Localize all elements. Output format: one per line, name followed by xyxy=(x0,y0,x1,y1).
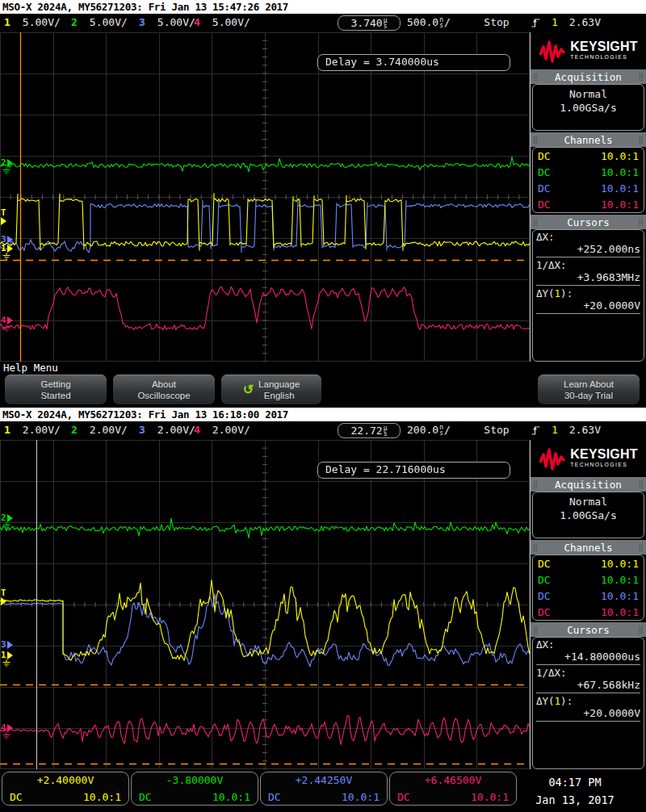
channels-header[interactable]: ⣿Channels⣿ xyxy=(531,540,646,555)
channel-2-measurement-box[interactable]: -3.80000VDC10.0:1 xyxy=(131,772,258,806)
marker-arrow-icon xyxy=(7,236,13,244)
inverse-delta-x-label: 1/ΔX: xyxy=(536,259,640,271)
horizontal-position-readout[interactable]: 3.740µs xyxy=(338,15,401,31)
divider xyxy=(536,664,640,665)
ground-icon xyxy=(2,732,11,739)
marker-arrow-icon xyxy=(7,316,13,324)
trigger-readout[interactable]: 1 2.63V xyxy=(531,16,601,28)
marker-arrow-icon xyxy=(1,217,6,225)
grip-dots-icon: ⣿ xyxy=(533,218,539,226)
language-refresh-icon: ↺ xyxy=(243,384,254,396)
about-oscilloscope-button[interactable]: AboutOscilloscope xyxy=(113,375,215,404)
grip-dots-icon: ⣿ xyxy=(533,626,539,634)
grip-dots-icon: ⣿ xyxy=(533,543,539,551)
channel-4-scale[interactable]: 42.00V/ xyxy=(194,424,250,436)
horizontal-position-readout[interactable]: 22.72µs xyxy=(338,423,401,438)
top-waveform-display[interactable]: Delay = 3.740000us 2 T 3 1 4 xyxy=(0,32,531,362)
trigger-level-marker[interactable]: T xyxy=(1,209,6,225)
trigger-source: 1 xyxy=(552,16,558,28)
channel-1-scale[interactable]: 12.00V/ xyxy=(4,424,61,436)
inverse-delta-x-value: +3.9683MHz xyxy=(536,271,640,284)
channel-3-scale[interactable]: 32.00V/ xyxy=(139,424,195,436)
trigger-level-marker[interactable]: T xyxy=(1,589,6,605)
channel-4-marker[interactable]: 4 xyxy=(1,724,13,739)
channel-4-marker[interactable]: 4 xyxy=(1,316,13,332)
channel-2-marker[interactable]: 2 xyxy=(1,159,13,174)
delta-y-value: +20.0000V xyxy=(536,299,640,312)
channel-2-scale[interactable]: 22.00V/ xyxy=(71,424,128,436)
trigger-edge-icon xyxy=(531,17,540,28)
marker-arrow-icon xyxy=(7,651,13,659)
keysight-logo: KEYSIGHTTECHNOLOGIES xyxy=(539,32,637,69)
delta-x-value: +14.800000us xyxy=(536,651,640,663)
inverse-delta-x-label: 1/ΔX: xyxy=(536,667,640,679)
bottom-waveform-display[interactable]: Delay = 22.716000us 2 T 3 1 4 xyxy=(0,440,531,769)
channel-3-marker[interactable]: 3 xyxy=(1,641,13,649)
cursors-box: ΔX: +14.800000us 1/ΔX: +67.568kHz ΔY(1):… xyxy=(532,637,644,769)
learn-about-trial-button[interactable]: Learn About30-day Trial xyxy=(538,375,640,404)
keysight-logo: KEYSIGHTTECHNOLOGIES xyxy=(539,440,637,477)
delay-readout: Delay = 22.716000us xyxy=(317,462,510,479)
acquisition-header[interactable]: ⣿Acquisition⣿ xyxy=(531,69,646,84)
grip-dots-icon: ⣿ xyxy=(638,626,644,634)
grip-dots-icon: ⣿ xyxy=(638,218,644,226)
channel-2-marker[interactable]: 2 xyxy=(1,514,13,529)
cursors-header[interactable]: ⣿Cursors⣿ xyxy=(531,215,646,229)
inverse-delta-x-value: +67.568kHz xyxy=(536,679,640,692)
ground-icon xyxy=(2,253,11,260)
delta-x-value: +252.000ns xyxy=(536,243,640,256)
top-status-bar: 15.00V/ 25.00V/ 35.00V/ 45.00V/ 3.740µs … xyxy=(0,14,646,32)
channel-1-marker[interactable]: 1 xyxy=(1,651,13,667)
run-state-indicator: Stop xyxy=(472,16,521,28)
channel-3-scale[interactable]: 35.00V/ xyxy=(139,16,195,28)
clock: 04:17 PM Jan 13, 2017 xyxy=(518,773,631,809)
delay-readout: Delay = 3.740000us xyxy=(317,54,510,71)
ground-icon xyxy=(2,659,11,667)
trigger-edge-icon xyxy=(531,425,540,436)
cursors-header[interactable]: ⣿Cursors⣿ xyxy=(531,622,646,637)
top-titlebar: MSO-X 2024A, MY56271203: Fri Jan 13 15:4… xyxy=(0,0,646,14)
acquisition-box: Normal 1.00GSa/s xyxy=(532,492,644,538)
getting-started-button[interactable]: GettingStarted xyxy=(5,375,107,404)
bottom-waveform-canvas[interactable] xyxy=(0,440,530,769)
divider xyxy=(536,693,640,693)
channels-header[interactable]: ⣿Channels⣿ xyxy=(531,132,646,147)
channel-1-marker[interactable]: 1 xyxy=(1,245,13,260)
language-button[interactable]: ↺LanguageEnglish xyxy=(221,375,321,404)
ground-icon xyxy=(2,324,11,332)
marker-arrow-icon xyxy=(7,641,13,649)
divider xyxy=(536,285,640,286)
timebase-readout[interactable]: 200.0ns/ xyxy=(407,424,451,436)
trigger-level: 2.63V xyxy=(569,16,601,28)
sample-rate: 1.00GSa/s xyxy=(533,509,644,522)
acquisition-header[interactable]: ⣿Acquisition⣿ xyxy=(531,477,646,492)
trigger-readout[interactable]: 1 2.63V xyxy=(531,424,601,436)
channel-3-info-row: DC10.0:1 xyxy=(533,588,644,605)
channel-1-scale[interactable]: 15.00V/ xyxy=(4,16,61,28)
marker-arrow-icon xyxy=(7,245,13,253)
help-menu-title: Help Menu xyxy=(3,362,58,374)
channel-1-measurement-box[interactable]: +2.40000VDC10.0:1 xyxy=(2,772,129,806)
channel-4-scale[interactable]: 45.00V/ xyxy=(194,16,250,28)
sample-rate: 1.00GSa/s xyxy=(533,101,644,115)
help-menu-bar: Help Menu GettingStarted AboutOscillosco… xyxy=(0,362,646,408)
channel-4-measurement-box[interactable]: +6.46500VDC10.0:1 xyxy=(389,772,517,806)
channel-2-scale[interactable]: 25.00V/ xyxy=(71,16,128,28)
divider xyxy=(536,257,640,257)
timebase-readout[interactable]: 500.0ns/ xyxy=(407,16,451,28)
keysight-mark-icon xyxy=(539,40,566,64)
run-state-indicator: Stop xyxy=(472,424,521,436)
delta-y-value: +20.0000V xyxy=(536,707,640,720)
delta-x-label: ΔX: xyxy=(536,231,640,243)
delta-y-label: ΔY(1): xyxy=(536,287,640,299)
acquisition-mode: Normal xyxy=(533,495,644,509)
bottom-scope-panel: MSO-X 2024A, MY56271203: Fri Jan 13 16:1… xyxy=(0,408,646,769)
channel-3-measurement-box[interactable]: +2.44250VDC10.0:1 xyxy=(260,772,388,806)
acquisition-mode: Normal xyxy=(533,87,644,101)
clock-date: Jan 13, 2017 xyxy=(518,791,631,809)
divider xyxy=(536,313,640,314)
grip-dots-icon: ⣿ xyxy=(533,480,539,488)
trigger-level: 2.63V xyxy=(569,424,601,436)
top-waveform-canvas[interactable] xyxy=(0,32,530,362)
divider xyxy=(536,721,640,722)
